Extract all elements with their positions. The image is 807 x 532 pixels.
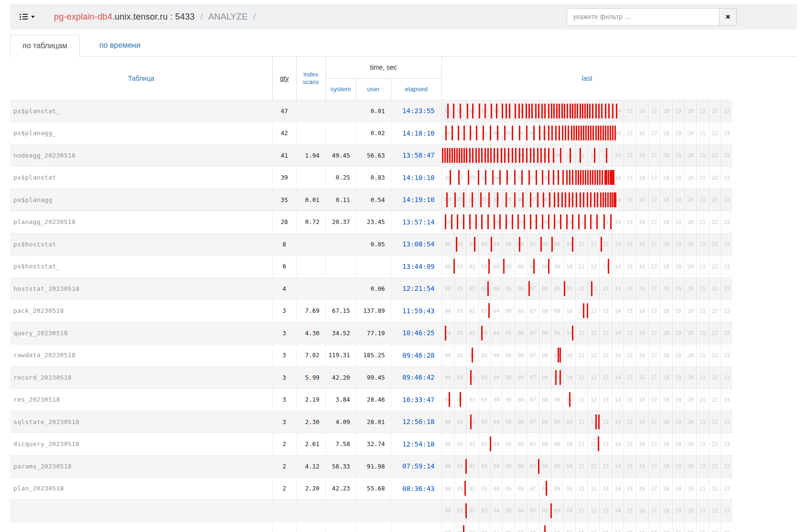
elapsed-time-link[interactable]: 14:18:10: [402, 129, 434, 137]
index-scans-value: [296, 522, 325, 532]
timeline-hour-label: 16: [636, 344, 648, 366]
event-mark: [458, 126, 459, 140]
event-mark: [555, 126, 557, 140]
event-mark: [605, 126, 606, 140]
elapsed-time-link[interactable]: 13:08:54: [402, 240, 434, 248]
elapsed-time-link[interactable]: 13:44:09: [402, 263, 434, 270]
timeline-hour-label: 16: [636, 367, 648, 389]
event-mark: [599, 170, 601, 185]
elapsed-time-link[interactable]: 12:54:18: [402, 440, 434, 448]
event-mark: [442, 148, 443, 163]
index-scans-value: 7.69: [296, 300, 325, 322]
elapsed-time-link[interactable]: 09:46:42: [402, 373, 434, 381]
elapsed-time-link[interactable]: 11:59:43: [402, 307, 434, 315]
elapsed-time-link[interactable]: 14:23:55: [402, 107, 434, 115]
timeline-hour-label: 02: [466, 456, 478, 478]
column-header-elapsed[interactable]: elapsed: [391, 78, 441, 100]
timeline-hour-label: 06: [515, 100, 527, 122]
event-mark: [606, 148, 607, 163]
timeline-hour-label: 17: [648, 456, 660, 478]
timeline-hour-label: 17: [648, 122, 660, 144]
event-mark: [499, 214, 501, 229]
system-time-value: 20.37: [325, 211, 356, 234]
timeline-hour-label: 08: [539, 389, 551, 411]
table-row: params_2023051824.1256.3391.9807:59:1400…: [10, 455, 732, 478]
column-header-table[interactable]: Таблица: [10, 57, 272, 100]
event-mark: [548, 148, 549, 163]
timeline-hour-label: 20: [684, 145, 696, 167]
timeline-hour-label: 22: [709, 189, 721, 211]
elapsed-time-link[interactable]: 13:57:14: [402, 218, 434, 226]
timeline-hour-label: 11: [575, 389, 587, 411]
host-link[interactable]: pg-explain-db4: [54, 12, 112, 21]
tables-stats-table: Таблица qty index scans time, sec last s…: [10, 57, 732, 532]
timeline-hour-label: 11: [575, 234, 587, 255]
column-header-system[interactable]: system: [325, 78, 356, 100]
column-header-time-group: time, sec: [325, 57, 441, 78]
event-mark: [530, 214, 531, 229]
event-mark: [605, 192, 606, 207]
clear-filter-button[interactable]: ✖: [720, 8, 737, 26]
event-mark: [594, 148, 595, 163]
event-mark: [502, 104, 503, 118]
elapsed-time-link[interactable]: 07:59:14: [402, 462, 434, 470]
timeline-hour-label: 05: [502, 278, 514, 300]
table-row: pack_2023051837.6967.15137.8911:59:43000…: [10, 300, 732, 322]
table-row: plan_2023051822.2042.2355.6808:36:430001…: [10, 478, 732, 500]
event-mark: [612, 104, 613, 118]
timeline-hour-label: 13: [599, 278, 611, 300]
filter-input[interactable]: [567, 8, 720, 26]
caret-down-icon: [31, 16, 35, 18]
timeline-hour-label: 22: [709, 522, 721, 532]
event-mark: [474, 237, 475, 252]
index-scans-value: [296, 100, 325, 122]
last-activity-timeline: 0001020304050607080910111213141516171819…: [442, 456, 733, 478]
event-mark: [478, 148, 480, 163]
elapsed-time-link[interactable]: 12:21:54: [402, 285, 434, 292]
elapsed-time-link[interactable]: 12:56:18: [402, 418, 434, 426]
timeline-hour-label: 10: [563, 456, 575, 478]
table-name: dicquery_20230518: [10, 433, 272, 456]
column-header-index-scans[interactable]: index scans: [296, 57, 325, 100]
timeline-hour-label: 04: [490, 500, 502, 522]
column-header-user[interactable]: user: [356, 78, 391, 100]
event-mark: [558, 192, 559, 207]
timeline-hour-label: 04: [490, 367, 502, 389]
event-mark: [594, 192, 595, 207]
event-mark: [601, 104, 603, 118]
event-mark: [608, 259, 609, 274]
table-row: query_2023051834.3034.5277.1910:46:25000…: [10, 322, 732, 344]
menu-button[interactable]: [15, 9, 40, 25]
event-mark: [591, 281, 592, 296]
event-mark: [600, 126, 602, 140]
index-scans-value: [296, 122, 325, 145]
timeline-hour-label: 13: [599, 411, 611, 433]
elapsed-time-link[interactable]: 09:46:28: [402, 351, 434, 359]
timeline-hour-label: 00: [442, 300, 454, 322]
event-mark: [553, 104, 555, 118]
elapsed-time-link[interactable]: 08:36:43: [402, 485, 434, 492]
elapsed-cell: 09:46:42: [391, 366, 441, 389]
timeline-cell: 0001020304050607080910111213141516171819…: [441, 189, 732, 211]
timeline-hour-label: 00: [442, 255, 454, 277]
event-mark: [506, 214, 507, 229]
timeline-hour-label: 23: [721, 211, 732, 233]
event-mark: [583, 303, 584, 318]
elapsed-time-link[interactable]: 10:33:47: [402, 396, 434, 404]
tab-by-tables[interactable]: по таблицам: [10, 35, 80, 57]
timeline-hour-label: 18: [660, 278, 672, 300]
tab-by-time[interactable]: по времени: [87, 35, 152, 56]
event-mark: [466, 148, 467, 163]
timeline-hour-label: 06: [515, 300, 527, 322]
event-mark: [487, 148, 489, 163]
timeline-hour-label: 05: [502, 234, 514, 255]
elapsed-time-link[interactable]: 13:58:47: [402, 151, 434, 159]
qty-value: 2: [272, 433, 296, 456]
elapsed-time-link[interactable]: 14:10:10: [402, 174, 434, 181]
timeline-hour-label: 18: [660, 367, 672, 389]
elapsed-time-link[interactable]: 14:19:10: [402, 196, 434, 203]
timeline-hour-label: 00: [442, 500, 454, 522]
column-header-qty[interactable]: qty: [272, 57, 296, 100]
timeline-hour-label: 05: [502, 478, 514, 500]
elapsed-time-link[interactable]: 10:46:25: [402, 329, 434, 337]
